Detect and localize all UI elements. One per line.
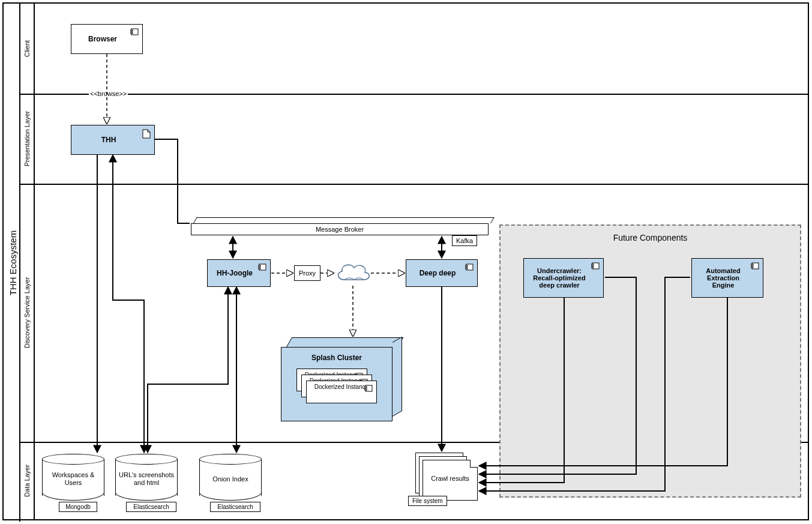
svg-rect-13	[751, 264, 753, 265]
component-icon	[364, 385, 373, 392]
lane-divider	[20, 184, 808, 185]
svg-rect-22	[364, 387, 367, 388]
cloud-icon	[334, 259, 372, 286]
svg-rect-7	[465, 265, 468, 267]
proxy-box: Proxy	[294, 265, 320, 281]
component-icon	[591, 262, 600, 270]
svg-rect-5	[258, 268, 260, 269]
lane-label-presentation: Presentation Layer	[20, 94, 35, 184]
page-icon	[142, 129, 151, 139]
workspaces-db: Workspaces & Users	[42, 454, 104, 501]
lane-label-client: Client	[20, 4, 35, 94]
svg-rect-14	[751, 267, 753, 268]
browse-edge-label: <<browse>>	[89, 90, 128, 97]
crawl-results-file: Crawl results	[423, 460, 478, 501]
svg-rect-23	[364, 389, 367, 390]
diagram-canvas: THH Ecosystem Client Presentation Layer …	[0, 0, 812, 524]
component-icon	[130, 28, 139, 35]
svg-rect-10	[591, 264, 594, 265]
component-icon	[258, 264, 266, 271]
undercrawler-component: Undercrawler: Recall-optimized deep craw…	[523, 258, 604, 298]
thh-component: THH	[71, 125, 155, 155]
ecosystem-title: THH Ecosystem	[8, 230, 18, 295]
svg-rect-4	[258, 265, 260, 267]
svg-rect-1	[130, 30, 133, 31]
onion-db: Onion Index	[199, 454, 262, 501]
splash-3d-top	[286, 337, 403, 347]
svg-rect-2	[130, 32, 133, 34]
hh-joogle-component: HH-Joogle	[207, 259, 271, 287]
dockerized-instance: Dockerized Instance	[306, 381, 377, 403]
broker-3d-top	[193, 217, 495, 223]
browser-component: Browser	[71, 24, 143, 54]
crawl-results-tech: File system	[408, 496, 447, 506]
urls-db-tech: Elasticsearch	[126, 502, 176, 512]
splash-3d-side	[392, 337, 402, 417]
lane-label-discovery: Discovery Service Layer	[20, 184, 35, 442]
workspaces-db-tech: Mongodb	[59, 502, 97, 512]
svg-rect-8	[465, 268, 468, 269]
svg-rect-11	[591, 267, 594, 268]
future-components-title: Future Components	[501, 233, 800, 242]
lane-divider	[20, 94, 808, 95]
urls-db: URL's screenshots and html	[115, 454, 178, 501]
message-broker: Message Broker	[191, 223, 489, 235]
onion-db-tech: Elasticsearch	[210, 502, 260, 512]
deep-deep-component: Deep deep	[406, 259, 478, 287]
ecosystem-title-col: THH Ecosystem	[6, 4, 20, 522]
component-icon	[465, 264, 474, 271]
lane-label-data: Data Layer	[20, 442, 35, 519]
component-icon	[751, 262, 759, 270]
kafka-tag: Kafka	[452, 235, 477, 246]
extraction-engine-component: Automated Extraction Engine	[691, 258, 763, 298]
